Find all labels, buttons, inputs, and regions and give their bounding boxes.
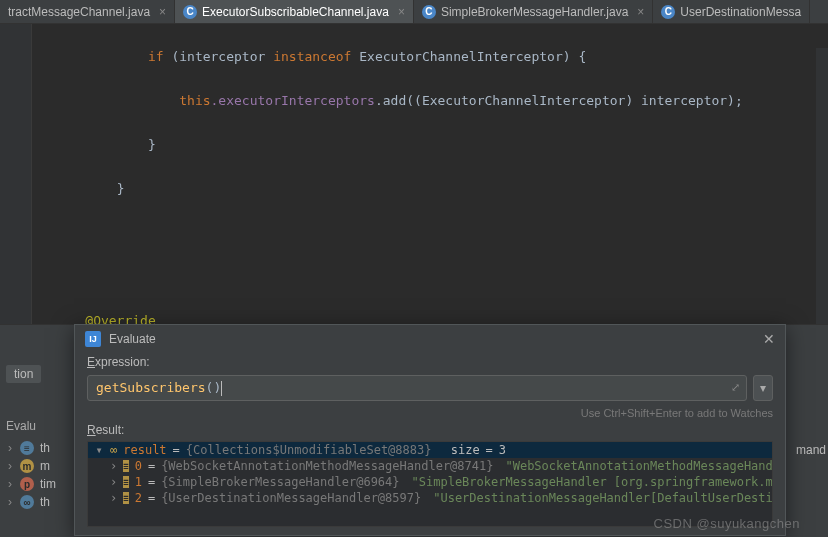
- tab-file-0[interactable]: tractMessageChannel.java ×: [0, 0, 175, 23]
- class-icon: C: [661, 5, 675, 19]
- chevron-right-icon[interactable]: ›: [110, 475, 117, 489]
- element-icon: ≡: [123, 492, 128, 504]
- frames-title: Evalu: [6, 419, 56, 433]
- tab-label: SimpleBrokerMessageHandler.java: [441, 5, 628, 19]
- frame-row[interactable]: ›mm: [6, 457, 56, 475]
- history-dropdown[interactable]: ▾: [753, 375, 773, 401]
- code-editor[interactable]: if (interceptor instanceof ExecutorChann…: [0, 24, 828, 324]
- result-item[interactable]: › ≡ 0 = {WebSocketAnnotationMethodMessag…: [88, 458, 772, 474]
- tab-label: ExecutorSubscribableChannel.java: [202, 5, 389, 19]
- result-tree[interactable]: ▾ ∞ result = {Collections$UnmodifiableSe…: [87, 441, 773, 527]
- chevron-right-icon[interactable]: ›: [110, 459, 117, 473]
- chevron-down-icon[interactable]: ▾: [94, 443, 104, 457]
- element-icon: ≡: [123, 460, 128, 472]
- tab-file-2[interactable]: C SimpleBrokerMessageHandler.java ×: [414, 0, 653, 23]
- watch-icon: ∞: [110, 443, 117, 457]
- dialog-titlebar[interactable]: IJ Evaluate ✕: [75, 325, 785, 353]
- result-item[interactable]: › ≡ 2 = {UserDestinationMessageHandler@8…: [88, 490, 772, 506]
- editor-gutter: [0, 24, 32, 324]
- result-label: Result:: [87, 423, 773, 437]
- result-root[interactable]: ▾ ∞ result = {Collections$UnmodifiableSe…: [88, 442, 772, 458]
- intellij-icon: IJ: [85, 331, 101, 347]
- expression-input[interactable]: getSubscribers() ⤢: [87, 375, 747, 401]
- code-content: if (interceptor instanceof ExecutorChann…: [32, 24, 828, 324]
- expand-icon[interactable]: ⤢: [731, 381, 740, 394]
- debug-frames: Evalu ›≡th ›mm ›ptim ›∞th: [6, 419, 56, 511]
- param-icon: p: [20, 477, 34, 491]
- thread-icon: ≡: [20, 441, 34, 455]
- thread-icon: ∞: [20, 495, 34, 509]
- frame-row[interactable]: ›ptim: [6, 475, 56, 493]
- editor-scrollbar[interactable]: [816, 48, 828, 348]
- close-icon[interactable]: ✕: [763, 331, 775, 347]
- chevron-down-icon: ▾: [760, 381, 766, 395]
- frame-row[interactable]: ›≡th: [6, 439, 56, 457]
- close-icon[interactable]: ×: [637, 5, 644, 19]
- debug-tab[interactable]: tion: [6, 365, 41, 383]
- dialog-title: Evaluate: [109, 332, 156, 346]
- method-icon: m: [20, 459, 34, 473]
- hint-text: Use Ctrl+Shift+Enter to add to Watches: [87, 407, 773, 419]
- close-icon[interactable]: ×: [398, 5, 405, 19]
- close-icon[interactable]: ×: [159, 5, 166, 19]
- chevron-right-icon[interactable]: ›: [110, 491, 117, 505]
- tab-file-3[interactable]: C UserDestinationMessa: [653, 0, 810, 23]
- result-item[interactable]: › ≡ 1 = {SimpleBrokerMessageHandler@6964…: [88, 474, 772, 490]
- tab-label: tractMessageChannel.java: [8, 5, 150, 19]
- element-icon: ≡: [123, 476, 128, 488]
- expression-label: Expression:: [87, 355, 773, 369]
- evaluate-dialog: IJ Evaluate ✕ Expression: getSubscribers…: [74, 324, 786, 536]
- truncated-text: mand: [796, 443, 826, 457]
- class-icon: C: [183, 5, 197, 19]
- tab-label: UserDestinationMessa: [680, 5, 801, 19]
- editor-tab-bar: tractMessageChannel.java × C ExecutorSub…: [0, 0, 828, 24]
- class-icon: C: [422, 5, 436, 19]
- tab-file-1[interactable]: C ExecutorSubscribableChannel.java ×: [175, 0, 414, 23]
- frame-row[interactable]: ›∞th: [6, 493, 56, 511]
